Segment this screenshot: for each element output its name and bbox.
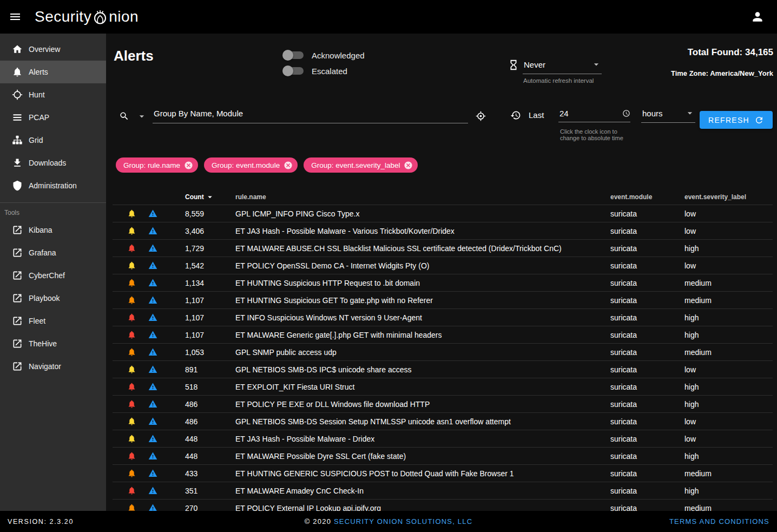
alert-count[interactable]: 1,107 xyxy=(163,331,235,339)
alert-info-icon[interactable] xyxy=(148,295,157,305)
alert-count[interactable]: 891 xyxy=(163,365,235,374)
alert-info-icon[interactable] xyxy=(148,399,157,409)
alert-rule-name[interactable]: GPL ICMP_INFO PING Cisco Type.x xyxy=(235,209,610,218)
acknowledge-bell-icon[interactable] xyxy=(127,486,136,495)
alert-severity-label[interactable]: high xyxy=(684,452,773,461)
toggle-switch[interactable] xyxy=(284,65,304,76)
alert-rule-name[interactable]: ET JA3 Hash - Possible Malware - Various… xyxy=(235,227,610,235)
alert-count[interactable]: 3,406 xyxy=(163,227,235,235)
alert-info-icon[interactable] xyxy=(148,347,157,357)
alert-event-module[interactable]: suricata xyxy=(610,417,684,426)
alert-rule-name[interactable]: ET MALWARE ABUSE.CH SSL Blacklist Malici… xyxy=(235,244,610,253)
hamburger-menu-icon[interactable] xyxy=(2,4,28,30)
alert-rule-name[interactable]: ET POLICY OpenSSL Demo CA - Internet Wid… xyxy=(235,261,610,270)
alert-event-module[interactable]: suricata xyxy=(610,261,684,270)
acknowledge-bell-icon[interactable] xyxy=(127,347,136,357)
acknowledge-bell-icon[interactable] xyxy=(127,244,136,253)
alert-severity-label[interactable]: medium xyxy=(684,279,773,287)
alert-severity-label[interactable]: high xyxy=(684,487,773,495)
sidebar-item-pcap[interactable]: PCAP xyxy=(0,106,106,129)
alert-count[interactable]: 351 xyxy=(163,487,235,495)
alert-count[interactable]: 486 xyxy=(163,400,235,409)
acknowledge-bell-icon[interactable] xyxy=(127,469,136,478)
alert-event-module[interactable]: suricata xyxy=(610,209,684,218)
alert-count[interactable]: 1,107 xyxy=(163,313,235,322)
sidebar-tool-item[interactable]: Navigator xyxy=(0,355,106,378)
alert-info-icon[interactable] xyxy=(148,313,157,322)
column-header-count[interactable]: Count xyxy=(163,192,235,202)
sidebar-tool-item[interactable]: Playbook xyxy=(0,287,106,310)
alert-severity-label[interactable]: high xyxy=(684,400,773,409)
alert-rule-name[interactable]: ET HUNTING Suspicious GET To gate.php wi… xyxy=(235,296,610,305)
acknowledge-bell-icon[interactable] xyxy=(127,226,136,235)
alert-rule-name[interactable]: ET MALWARE Possible Dyre SSL Cert (fake … xyxy=(235,452,610,461)
sidebar-item-administration[interactable]: Administration xyxy=(0,174,106,197)
alert-event-module[interactable]: suricata xyxy=(610,452,684,461)
chip-close-icon[interactable] xyxy=(184,161,193,170)
alert-count[interactable]: 433 xyxy=(163,469,235,478)
toggle-switch[interactable] xyxy=(284,50,304,61)
acknowledged-toggle[interactable]: Acknowledged xyxy=(284,48,365,63)
alert-count[interactable]: 1,107 xyxy=(163,296,235,305)
alert-event-module[interactable]: suricata xyxy=(610,244,684,253)
acknowledge-bell-icon[interactable] xyxy=(127,382,136,391)
sidebar-tool-item[interactable]: Kibana xyxy=(0,219,106,241)
sidebar-tool-item[interactable]: CyberChef xyxy=(0,264,106,287)
column-header-rule-name[interactable]: rule.name xyxy=(235,193,610,201)
acknowledge-bell-icon[interactable] xyxy=(127,451,136,461)
refresh-interval-select[interactable]: Never xyxy=(523,58,602,74)
alert-severity-label[interactable]: medium xyxy=(684,504,773,511)
sidebar-item-overview[interactable]: Overview xyxy=(0,38,106,61)
history-icon[interactable] xyxy=(510,110,521,121)
alert-rule-name[interactable]: ET INFO Suspicious Windows NT version 9 … xyxy=(235,313,610,322)
acknowledge-bell-icon[interactable] xyxy=(127,209,136,218)
alert-rule-name[interactable]: ET EXPLOIT_KIT Fiesta URI Struct xyxy=(235,383,610,391)
alert-info-icon[interactable] xyxy=(148,486,157,495)
sidebar-item-alerts[interactable]: Alerts xyxy=(0,61,106,83)
alert-severity-label[interactable]: medium xyxy=(684,296,773,305)
alert-count[interactable]: 448 xyxy=(163,435,235,443)
alert-count[interactable]: 518 xyxy=(163,383,235,391)
time-unit-select[interactable]: hours xyxy=(641,107,695,123)
acknowledge-bell-icon[interactable] xyxy=(127,503,136,511)
alert-event-module[interactable]: suricata xyxy=(610,383,684,391)
alert-severity-label[interactable]: low xyxy=(684,227,773,235)
alert-event-module[interactable]: suricata xyxy=(610,365,684,374)
alert-rule-name[interactable]: ET POLICY External IP Lookup api.ipify.o… xyxy=(235,504,610,511)
refresh-button[interactable]: REFRESH xyxy=(700,111,773,129)
alert-severity-label[interactable]: high xyxy=(684,383,773,391)
alert-count[interactable]: 448 xyxy=(163,452,235,461)
alert-count[interactable]: 486 xyxy=(163,417,235,426)
solutions-link[interactable]: SECURITY ONION SOLUTIONS, LLC xyxy=(334,517,472,526)
chip-close-icon[interactable] xyxy=(284,161,293,170)
alert-count[interactable]: 1,542 xyxy=(163,261,235,270)
sidebar-tool-item[interactable]: TheHive xyxy=(0,332,106,355)
alert-event-module[interactable]: suricata xyxy=(610,296,684,305)
alert-event-module[interactable]: suricata xyxy=(610,348,684,357)
alert-event-module[interactable]: suricata xyxy=(610,504,684,511)
crosshairs-gps-icon[interactable] xyxy=(476,111,486,121)
alert-info-icon[interactable] xyxy=(148,382,157,391)
acknowledge-bell-icon[interactable] xyxy=(127,313,136,322)
column-header-severity[interactable]: event.severity_label xyxy=(684,193,773,201)
alert-info-icon[interactable] xyxy=(148,365,157,374)
alert-event-module[interactable]: suricata xyxy=(610,435,684,443)
alert-severity-label[interactable]: low xyxy=(684,417,773,426)
alert-event-module[interactable]: suricata xyxy=(610,400,684,409)
acknowledge-bell-icon[interactable] xyxy=(127,399,136,409)
acknowledge-bell-icon[interactable] xyxy=(127,261,136,270)
alert-rule-name[interactable]: ET MALWARE Generic gate[.].php GET with … xyxy=(235,331,610,339)
terms-and-conditions-link[interactable]: TERMS AND CONDITIONS xyxy=(669,517,777,526)
alert-info-icon[interactable] xyxy=(148,451,157,461)
alert-info-icon[interactable] xyxy=(148,261,157,270)
clock-icon[interactable] xyxy=(622,109,630,117)
alert-info-icon[interactable] xyxy=(148,226,157,235)
acknowledge-bell-icon[interactable] xyxy=(127,434,136,443)
alert-info-icon[interactable] xyxy=(148,469,157,478)
alert-info-icon[interactable] xyxy=(148,503,157,511)
alert-info-icon[interactable] xyxy=(148,209,157,218)
alert-rule-name[interactable]: GPL NETBIOS SMB-DS Session Setup NTMLSSP… xyxy=(235,417,610,426)
alert-rule-name[interactable]: ET HUNTING Suspicious HTTP Request to .b… xyxy=(235,279,610,287)
column-header-event-module[interactable]: event.module xyxy=(610,193,684,201)
alert-severity-label[interactable]: low xyxy=(684,209,773,218)
